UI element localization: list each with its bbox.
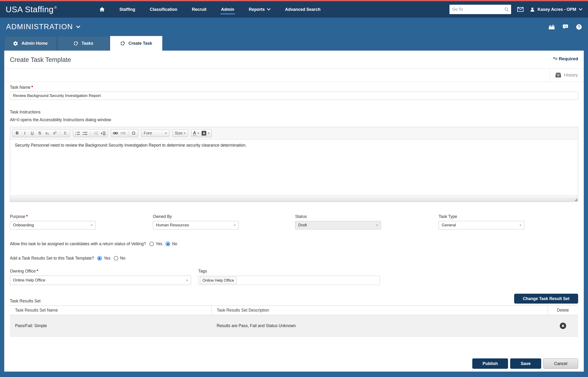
- special-character-button[interactable]: Ω: [130, 130, 137, 137]
- user-icon: [530, 7, 535, 12]
- results-description-header: Task Results Set Description: [211, 306, 548, 315]
- nav-reports[interactable]: Reports: [249, 3, 271, 16]
- logo-text: USA Staffing: [6, 5, 54, 14]
- status-field: Status Draft: [295, 214, 381, 229]
- home-icon[interactable]: [99, 2, 105, 16]
- main-navigation: Staffing Classification Recruit Admin Re…: [99, 2, 321, 16]
- search-icon[interactable]: [504, 7, 509, 13]
- administration-menu[interactable]: ADMINISTRATION: [6, 23, 80, 31]
- status-select: Draft: [295, 221, 381, 229]
- strikethrough-button[interactable]: S: [36, 130, 43, 137]
- italic-button[interactable]: I: [21, 130, 28, 137]
- editor-text: Security Personnel need to review the Ba…: [15, 143, 573, 148]
- create-task-icon: [120, 41, 125, 46]
- user-menu[interactable]: Kasey Acres - OPM: [530, 7, 582, 12]
- owning-office-select[interactable]: Online Help Office: [10, 276, 191, 285]
- results-no-radio[interactable]: [114, 256, 118, 260]
- usa-staffing-logo[interactable]: USA Staffing®: [6, 5, 57, 14]
- indent-icon[interactable]: [100, 130, 107, 137]
- owning-office-field: Owning Office* Online Help Office: [10, 269, 191, 285]
- purpose-field: Purpose* Onboarding: [10, 214, 96, 229]
- task-type-select[interactable]: General: [439, 221, 524, 229]
- results-yes-label: Yes: [104, 256, 111, 261]
- font-select[interactable]: Font: [141, 130, 169, 137]
- tab-label: Create Task: [128, 41, 152, 46]
- vetting-yes-label: Yes: [156, 241, 162, 246]
- svg-text:?: ?: [578, 25, 580, 29]
- chart-icon[interactable]: [548, 24, 555, 30]
- table-row: Pass/Fail: Simple Results are Pass, Fail…: [10, 315, 578, 337]
- save-button[interactable]: Save: [510, 358, 541, 369]
- vetting-question: Allow this task to be assigned to candid…: [10, 241, 578, 246]
- mail-icon[interactable]: [517, 7, 524, 12]
- link-icon[interactable]: [112, 130, 119, 137]
- toolbar-divider: [60, 131, 60, 136]
- nav-classification[interactable]: Classification: [150, 3, 177, 16]
- topbar-right: Kasey Acres - OPM: [450, 5, 582, 14]
- required-asterisk: *: [26, 214, 28, 219]
- remove-format-button[interactable]: Tₓ: [62, 130, 69, 137]
- editor-bottom-bar: [10, 195, 578, 202]
- nav-staffing[interactable]: Staffing: [119, 3, 135, 16]
- task-name-input[interactable]: [10, 92, 578, 100]
- page-title: Create Task Template: [10, 56, 71, 64]
- background-color-button[interactable]: A: [201, 130, 211, 137]
- chevron-down-icon: [267, 8, 271, 11]
- results-delete-header: Delete: [548, 306, 578, 315]
- purpose-value: Onboarding: [13, 223, 34, 228]
- nav-admin[interactable]: Admin: [221, 3, 234, 16]
- tags-field: Tags Online Help Office: [198, 269, 380, 285]
- history-button[interactable]: History: [549, 69, 584, 82]
- adminbar-icons: ?: [548, 24, 582, 30]
- tag-chip[interactable]: Online Help Office: [200, 277, 237, 284]
- nav-recruit[interactable]: Recruit: [192, 3, 206, 16]
- tab-bar: Admin Home Tasks Create Task: [4, 36, 584, 51]
- select-row: Purpose* Onboarding Owned By Human Resou…: [10, 214, 578, 235]
- resize-handle[interactable]: [575, 198, 577, 201]
- superscript-button[interactable]: x²: [51, 130, 58, 137]
- editor-content[interactable]: Security Personnel need to review the Ba…: [10, 140, 578, 195]
- owned-by-select[interactable]: Human Resources: [153, 221, 239, 229]
- vetting-yes-radio[interactable]: [149, 242, 154, 246]
- owning-office-label: Owning Office: [10, 269, 36, 273]
- vetting-no-label: No: [172, 241, 177, 246]
- subscript-button[interactable]: x₂: [44, 130, 51, 137]
- owned-by-label: Owned By: [153, 214, 239, 219]
- publish-button[interactable]: Publish: [472, 358, 508, 369]
- size-select-label: Size: [175, 131, 182, 136]
- chevron-down-icon: [376, 225, 378, 226]
- registered-mark: ®: [54, 6, 57, 9]
- help-icon[interactable]: ?: [576, 24, 582, 30]
- text-color-button[interactable]: A: [192, 130, 200, 137]
- underline-button[interactable]: U: [29, 130, 36, 137]
- bold-button[interactable]: B: [14, 130, 21, 137]
- results-description-cell: Results are Pass, Fail and Status Unknow…: [211, 315, 548, 337]
- tab-admin-home[interactable]: Admin Home: [4, 36, 57, 51]
- top-navigation-bar: USA Staffing® Staffing Classification Re…: [0, 1, 588, 18]
- owning-office-value: Online Help Office: [13, 278, 45, 283]
- results-section-label: Task Results Set: [10, 299, 40, 304]
- vetting-no-radio[interactable]: [166, 242, 170, 246]
- comment-icon[interactable]: [562, 24, 568, 30]
- purpose-select[interactable]: Onboarding: [10, 221, 96, 229]
- create-task-form: Task Name* Task Instructions Alt+0 opens…: [4, 85, 584, 369]
- ordered-list-icon[interactable]: 12: [74, 130, 81, 137]
- size-select[interactable]: Size: [172, 130, 188, 137]
- delete-row-icon[interactable]: [560, 323, 566, 329]
- link-group: Ω: [111, 129, 138, 137]
- nav-advanced-search[interactable]: Advanced Search: [285, 3, 321, 16]
- page-container: Admin Home Tasks Create Task Create Task…: [4, 36, 584, 372]
- bullet-list-icon[interactable]: [82, 130, 89, 137]
- change-task-result-set-button[interactable]: Change Task Result Set: [514, 294, 578, 304]
- tab-tasks[interactable]: Tasks: [57, 36, 109, 51]
- editor-toolbar: B I U S x₂ x² Tₓ 12: [10, 127, 578, 140]
- tags-input[interactable]: Online Help Office: [198, 276, 380, 285]
- chevron-down-icon: [184, 133, 186, 134]
- goto-input[interactable]: [450, 5, 511, 14]
- history-icon: [555, 73, 561, 78]
- cancel-button[interactable]: Cancel: [543, 358, 578, 369]
- owned-by-value: Human Resources: [156, 223, 189, 228]
- required-asterisk: *: [37, 269, 38, 273]
- tab-create-task[interactable]: Create Task: [110, 36, 162, 51]
- results-yes-radio[interactable]: [97, 256, 102, 260]
